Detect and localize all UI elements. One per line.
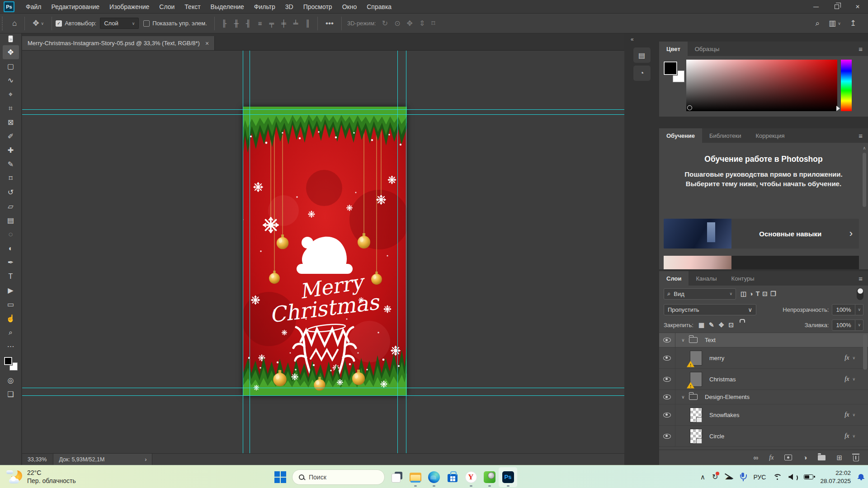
collapsed-properties-panel[interactable]: ◔ <box>633 66 651 81</box>
align-top-icon[interactable]: ╤ <box>266 19 278 27</box>
photoshop-taskbar[interactable]: Ps <box>499 467 517 487</box>
opacity-dropdown-icon[interactable]: ∨ <box>855 304 863 315</box>
menu-help[interactable]: Справка <box>362 0 396 13</box>
lock-position-icon[interactable]: ✥ <box>717 321 726 328</box>
layer-thumbnail[interactable]: ! <box>690 372 702 387</box>
brush-tool[interactable]: ✎ <box>3 157 19 171</box>
layer-filter-dropdown[interactable]: ⌕ Вид ∨ <box>664 288 736 300</box>
tab-libraries[interactable]: Библиотеки <box>702 128 748 143</box>
align-left-icon[interactable]: ╟ <box>218 19 231 27</box>
guide-vertical-3[interactable] <box>397 51 398 453</box>
taskbar-search[interactable]: Поиск <box>292 469 385 485</box>
canvas-document[interactable]: Merry Christmas <box>243 107 407 396</box>
layer-circle[interactable]: Circle fx ∨ <box>659 426 868 447</box>
edge-browser[interactable] <box>425 467 443 487</box>
align-right-icon[interactable]: ╢ <box>242 19 255 27</box>
file-explorer[interactable] <box>406 467 425 487</box>
align-h-center-icon[interactable]: ╫ <box>230 19 242 27</box>
scrollbar-thumb[interactable] <box>863 153 866 207</box>
task-view-button[interactable] <box>387 467 406 487</box>
autoselect-checkbox[interactable]: ✓ <box>56 20 62 27</box>
lock-paint-icon[interactable]: ✎ <box>708 321 716 328</box>
home-button[interactable]: ⌂ <box>8 19 21 28</box>
distribute-h-icon[interactable]: ≡ <box>255 19 266 27</box>
screen-mode-button[interactable]: ❑ <box>3 387 19 401</box>
guide-vertical-2[interactable] <box>250 51 250 453</box>
saturation-brightness-field[interactable] <box>686 60 837 111</box>
group-expand-icon[interactable]: ∨ <box>678 394 688 399</box>
menu-type[interactable]: Текст <box>179 0 205 13</box>
filter-pixel-layers-icon[interactable]: ◫ <box>739 290 748 297</box>
quick-selection-tool[interactable]: ⌖ <box>3 87 19 101</box>
microsoft-store[interactable] <box>443 467 462 487</box>
zoom-level-field[interactable]: 33,33% <box>22 456 53 463</box>
layer-visibility-cell[interactable] <box>659 347 675 368</box>
layer-visibility-cell[interactable] <box>659 369 675 389</box>
more-align-options-button[interactable]: ••• <box>321 19 338 28</box>
menu-select[interactable]: Выделение <box>206 0 249 13</box>
edit-toolbar-button[interactable]: ⋯ <box>3 339 19 353</box>
microphone-icon[interactable] <box>739 473 746 481</box>
layer-filter-toggle[interactable] <box>857 288 863 300</box>
layer-effects[interactable]: fx ∨ <box>844 411 868 418</box>
battery-icon[interactable] <box>804 474 813 479</box>
layers-scrollbar-thumb[interactable] <box>863 334 867 370</box>
align-v-center-icon[interactable]: ╪ <box>278 19 290 27</box>
quick-mask-button[interactable]: ◎ <box>3 373 19 387</box>
fill-dropdown-icon[interactable]: ∨ <box>855 319 863 331</box>
clone-stamp-tool[interactable]: ⌑ <box>3 171 19 185</box>
new-group-button[interactable] <box>818 455 826 460</box>
current-tool-button[interactable]: ✥∨ <box>28 19 48 28</box>
expand-panels-button[interactable]: « <box>624 36 634 42</box>
layer-name[interactable]: Text <box>705 337 716 343</box>
frame-tool[interactable]: ⊠ <box>3 115 19 129</box>
layer-name[interactable]: Circle <box>709 433 724 440</box>
opacity-value[interactable]: 100% <box>832 304 855 315</box>
align-bottom-icon[interactable]: ╧ <box>290 19 302 27</box>
tab-close-button[interactable]: × <box>205 40 209 47</box>
hand-tool[interactable]: ☝ <box>3 311 19 325</box>
rectangle-tool[interactable]: ▭ <box>3 297 19 311</box>
path-selection-tool[interactable]: ▶ <box>3 283 19 297</box>
menu-view[interactable]: Просмотр <box>298 0 337 13</box>
crop-tool[interactable]: ⌗ <box>3 101 19 115</box>
color-picker-handle[interactable] <box>687 105 692 110</box>
search-button[interactable]: ⌕ <box>812 19 824 28</box>
tab-color[interactable]: Цвет <box>659 42 688 56</box>
link-layers-button[interactable]: ∞ <box>754 454 759 461</box>
3d-pan-icon[interactable]: ✥ <box>404 19 416 28</box>
disk-utility[interactable] <box>480 467 499 487</box>
new-adjustment-layer-button[interactable]: ◑ <box>803 454 807 461</box>
layer-style-button[interactable]: fx <box>769 454 774 461</box>
layer-group-design-elements[interactable]: ∨ Design-Elements <box>659 390 868 404</box>
filter-adjustment-layers-icon[interactable]: ◑ <box>748 290 754 297</box>
move-tool[interactable]: ✥ <box>3 45 19 59</box>
sync-status-icon[interactable]: ↻ <box>712 473 718 481</box>
layer-visibility-cell[interactable] <box>659 333 675 347</box>
layer-visibility-cell[interactable] <box>659 404 675 425</box>
blur-tool[interactable]: ◌ <box>3 227 19 241</box>
foreground-color-swatch[interactable] <box>664 61 677 75</box>
menu-window[interactable]: Окно <box>337 0 362 13</box>
color-swatches[interactable] <box>664 61 684 82</box>
menu-file[interactable]: Файл <box>21 0 46 13</box>
guide-horizontal-2[interactable] <box>22 114 624 115</box>
3d-slide-icon[interactable]: ⇕ <box>416 19 428 28</box>
filter-smart-objects-icon[interactable]: ❒ <box>769 290 778 297</box>
layer-group-text[interactable]: ∨ Text <box>659 333 868 347</box>
collapsed-history-panel[interactable]: ▤ <box>633 47 651 63</box>
scroll-up-icon[interactable]: ∧ <box>862 145 867 150</box>
3d-orbit-icon[interactable]: ↻ <box>379 19 391 28</box>
onedrive-offline-icon[interactable]: ☁ <box>725 472 732 482</box>
history-brush-tool[interactable]: ↺ <box>3 185 19 199</box>
tab-channels[interactable]: Каналы <box>689 271 724 286</box>
lock-artboard-icon[interactable]: ⊡ <box>727 321 736 328</box>
canvas-viewport[interactable]: Merry Christmas <box>22 51 624 453</box>
layer-name[interactable]: merry <box>709 355 724 361</box>
layer-visibility-cell[interactable] <box>659 390 675 404</box>
restore-button[interactable] <box>826 0 847 13</box>
layer-thumbnail[interactable]: ! <box>690 351 702 366</box>
guide-horizontal-1[interactable] <box>22 109 624 110</box>
menu-3d[interactable]: 3D <box>280 0 298 13</box>
layer-name[interactable]: Christmas <box>709 376 736 383</box>
